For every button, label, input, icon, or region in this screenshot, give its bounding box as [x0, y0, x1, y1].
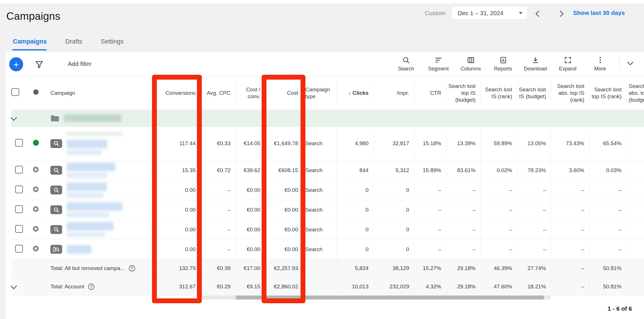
- column-header-search-lost-abs-top-is-budget[interactable]: Search lost abs. top IS (budget): [626, 76, 644, 110]
- column-header-search-lost-is-budget[interactable]: Search lost IS (budget): [517, 76, 551, 110]
- status-paused-icon[interactable]: [33, 226, 39, 232]
- redacted-campaign-subtext: [67, 212, 110, 218]
- date-range-picker[interactable]: Dec 1 – 31, 2024: [451, 6, 528, 20]
- column-header-cost-conv[interactable]: Cost / conv.: [235, 76, 265, 110]
- horizontal-scrollbar-thumb[interactable]: [236, 296, 544, 300]
- row-checkbox[interactable]: [15, 225, 23, 233]
- table-row[interactable]: 0.00 – €0.00 €0.00 Search 0 0 – – – – – …: [11, 220, 644, 239]
- table-row[interactable]: 15.35 €0.72 €39.62 €608.15 Search 844 5,…: [11, 160, 644, 180]
- campaigns-table: Campaign Conversions Avg. CPC Cost / con…: [11, 76, 644, 296]
- table-toolbar: + Add filter Search Segment Columns Repo…: [6, 52, 644, 76]
- redacted-campaign-name: [67, 140, 107, 148]
- segment-icon: [434, 56, 442, 64]
- table-row[interactable]: 0.00 – €0.00 €0.00 Search 0 0 – – – – – …: [11, 200, 644, 220]
- column-header-clicks[interactable]: ↓ Clicks: [337, 76, 373, 110]
- expand-group-chevron-icon[interactable]: [11, 114, 17, 121]
- table-header-row: Campaign Conversions Avg. CPC Cost / con…: [11, 76, 644, 110]
- chevron-left-icon: [536, 11, 542, 17]
- status-paused-icon[interactable]: [33, 167, 39, 172]
- redacted-campaign-subtext: [67, 192, 103, 198]
- column-header-impr[interactable]: Impr.: [373, 76, 414, 110]
- search-campaign-icon: [50, 225, 62, 234]
- column-header-search-lost-top-is-rank[interactable]: Search lost top IS (rank): [589, 76, 626, 110]
- date-next-button[interactable]: [555, 10, 566, 18]
- sort-descending-icon: ↓: [348, 90, 351, 96]
- search-campaign-icon: [50, 205, 62, 214]
- date-range-value: Dec 1 – 31, 2024: [458, 10, 503, 17]
- redacted-campaign-name: [67, 245, 91, 254]
- row-checkbox[interactable]: [15, 205, 23, 213]
- reports-button[interactable]: Reports: [487, 54, 519, 72]
- active-tab-underline: [12, 49, 47, 50]
- search-campaign-icon: [50, 139, 62, 148]
- download-icon: [532, 56, 540, 64]
- row-checkbox[interactable]: [15, 166, 23, 174]
- add-campaign-button[interactable]: +: [9, 57, 23, 71]
- more-button[interactable]: More: [584, 54, 616, 72]
- total-account-row: Total: Account ? 312.67 €0.29 €9.15 €2,8…: [11, 277, 644, 296]
- redacted-campaign-subtext: [67, 232, 105, 237]
- column-header-search-lost-top-is-budget[interactable]: Search lost top IS (budget): [446, 76, 480, 110]
- search-campaign-icon: [50, 166, 62, 175]
- search-doc-campaign-icon: [50, 245, 62, 254]
- total-label: Total: Account: [50, 283, 84, 290]
- status-enabled-icon[interactable]: [33, 140, 39, 146]
- expand-button[interactable]: Expand: [552, 54, 584, 72]
- expand-icon: [564, 56, 572, 64]
- campaigns-table-card: + Add filter Search Segment Columns Repo…: [6, 52, 644, 319]
- help-icon[interactable]: ?: [129, 265, 135, 271]
- column-header-search-lost-abs-top-is-rank[interactable]: Search lost abs. top IS (rank): [551, 76, 589, 110]
- toolbar-buttons: Search Segment Columns Reports Download …: [390, 54, 616, 72]
- redacted-campaign-name: [67, 202, 123, 211]
- tab-settings[interactable]: Settings: [101, 38, 124, 45]
- column-header-conversions[interactable]: Conversions: [153, 76, 200, 110]
- redacted-campaign-name: [67, 163, 115, 171]
- expand-total-chevron-icon[interactable]: [11, 283, 17, 290]
- column-header-search-lost-is-rank[interactable]: Search lost IS (rank): [480, 76, 517, 110]
- download-button[interactable]: Download: [519, 54, 552, 72]
- search-campaign-icon: [50, 186, 62, 194]
- show-last-30-days-link[interactable]: Show last 30 days: [573, 9, 625, 16]
- date-prev-button[interactable]: [533, 10, 544, 18]
- more-icon: [596, 56, 604, 64]
- redacted-group-name: [64, 114, 121, 122]
- status-paused-icon[interactable]: [33, 186, 39, 192]
- column-header-campaign-type[interactable]: Campaign type: [303, 76, 337, 110]
- add-filter-button[interactable]: Add filter: [68, 60, 92, 67]
- table-row[interactable]: 0.00 – €0.00 €0.00 Search 0 0 – – – – – …: [11, 180, 644, 200]
- redacted-overflow: [67, 132, 123, 136]
- tab-campaigns[interactable]: Campaigns: [13, 38, 47, 45]
- segment-button[interactable]: Segment: [422, 54, 455, 72]
- tab-drafts[interactable]: Drafts: [66, 38, 82, 45]
- help-icon[interactable]: ?: [88, 283, 94, 290]
- toolbar-divider: [619, 56, 620, 69]
- redacted-campaign-subtext: [67, 149, 102, 155]
- column-header-campaign[interactable]: Campaign: [43, 76, 153, 110]
- status-paused-icon[interactable]: [33, 206, 39, 212]
- date-custom-label: Custom: [425, 10, 445, 17]
- column-header-cost[interactable]: Cost: [265, 76, 303, 110]
- collapse-toolbar-button[interactable]: [624, 58, 637, 68]
- row-checkbox[interactable]: [15, 245, 23, 253]
- campaign-group-row[interactable]: [11, 110, 644, 127]
- table-row[interactable]: 0.00 – €0.00 €0.00 Search 0 0 – – – – – …: [11, 239, 644, 259]
- row-checkbox[interactable]: [15, 186, 23, 193]
- chevron-down-icon: [627, 59, 634, 65]
- column-header-ctr[interactable]: CTR: [414, 76, 446, 110]
- search-button[interactable]: Search: [390, 54, 422, 72]
- status-paused-icon[interactable]: [33, 246, 39, 251]
- columns-button[interactable]: Columns: [455, 54, 487, 72]
- redacted-campaign-name: [67, 222, 114, 231]
- filter-funnel-icon[interactable]: [35, 60, 44, 69]
- row-checkbox[interactable]: [15, 139, 23, 147]
- columns-icon: [467, 56, 475, 64]
- table-row[interactable]: 117.44 €0.33 €14.05 €1,649.78 Search 4,9…: [11, 127, 644, 160]
- select-all-checkbox[interactable]: [11, 88, 19, 96]
- redacted-campaign-subtext: [67, 172, 107, 178]
- reports-icon: [499, 56, 507, 64]
- column-header-avg-cpc[interactable]: Avg. CPC: [200, 76, 235, 110]
- pagination-label: 1 - 6 of 6: [608, 305, 632, 312]
- tab-bar: Campaigns Drafts Settings: [13, 38, 124, 45]
- page-title: Campaigns: [6, 10, 60, 22]
- top-white-strip: [0, 0, 644, 3]
